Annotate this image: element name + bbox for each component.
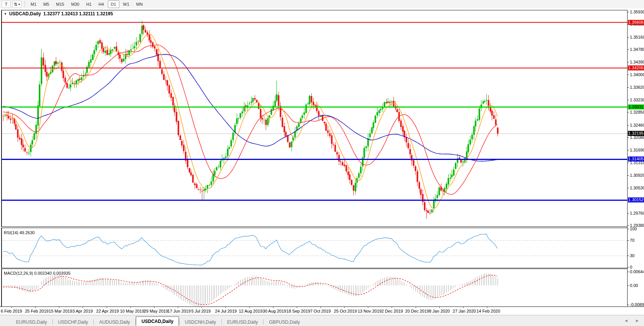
price-tick-label: 1.32460 — [630, 123, 644, 127]
price-tick-label: 1.31690 — [630, 148, 644, 152]
rsi-tick-label: 70 — [630, 238, 634, 243]
axis-tick-mark — [628, 100, 629, 100]
timeframe-toolbar: M1M5M15M30H1H4D1W1MN — [28, 0, 146, 8]
chart-tab-usdcad-3[interactable]: USDCAD,Daily — [136, 316, 179, 326]
text-tool-icon: T — [5, 2, 8, 7]
chart-tab-eurusd-0[interactable]: EURUSD,Daily — [11, 318, 52, 326]
quote-ohlc-label: 1.32377 1.32413 1.32111 1.32195 — [43, 11, 113, 16]
date-tick-mark — [35, 307, 36, 308]
level-price-label: 1.30152 — [628, 197, 644, 202]
axis-tick-mark — [628, 175, 629, 176]
price-tick-label: 1.34390 — [630, 60, 644, 64]
price-tick-label: 1.32850 — [630, 110, 644, 114]
date-label: 2 Dec 2019 — [381, 309, 403, 313]
rsi-tick-label: 30 — [630, 253, 634, 258]
chart-tab-audusd-2[interactable]: AUDUSD,Daily — [94, 318, 135, 326]
level-price-label: 1.35606 — [628, 20, 644, 25]
macd-indicator-canvas[interactable] — [2, 269, 627, 306]
chevron-down-icon: ▾ — [18, 3, 20, 6]
date-label: 17 Jun 2019 — [168, 309, 191, 313]
date-label: 24 Jul 2019 — [215, 309, 237, 313]
toolbar: T ⇅ ▾ M1M5M15M30H1H4D1W1MN — [0, 0, 644, 8]
collapse-triangle-icon: ▼ — [4, 12, 7, 16]
date-tick-mark — [439, 307, 440, 308]
chart-tab-usdcnh-4[interactable]: USDCNH,Daily — [179, 318, 221, 326]
date-label: 6 Feb 2019 — [1, 309, 22, 313]
axis-tick-mark — [628, 188, 629, 188]
date-label: 7 Oct 2019 — [310, 309, 331, 313]
date-tick-mark — [392, 307, 392, 308]
axis-tick-mark — [628, 305, 629, 305]
timeframe-button-w1[interactable]: W1 — [120, 0, 133, 8]
price-tick-label: 1.30920 — [630, 173, 644, 178]
timeframe-button-m30[interactable]: M30 — [68, 0, 82, 8]
date-label: 25 Oct 2019 — [334, 309, 357, 313]
date-tick-mark — [178, 307, 178, 308]
price-axis[interactable]: 1.359301.355501.351601.347801.343901.340… — [627, 10, 644, 315]
timeframe-button-d1[interactable]: D1 — [108, 0, 119, 8]
axis-tick-mark — [628, 12, 629, 12]
timeframe-button-mn[interactable]: MN — [133, 0, 146, 8]
macd-tick-label: 0.006448 — [630, 269, 644, 274]
current-price-label: 1.32195 — [628, 131, 644, 136]
rsi-tick-label: 100 — [630, 227, 637, 231]
date-axis[interactable]: 6 Feb 201925 Feb 201915 Mar 20193 Apr 20… — [0, 306, 644, 315]
date-tick-mark — [297, 307, 297, 308]
timeframe-button-m15[interactable]: M15 — [53, 0, 67, 8]
price-tick-label: 1.35930 — [630, 10, 644, 14]
timeframe-button-m1[interactable]: M1 — [28, 0, 39, 8]
axis-tick-mark — [628, 285, 629, 286]
text-tool-button[interactable]: T — [2, 0, 11, 8]
chart-title: ▼ USDCAD,Daily 1.32377 1.32413 1.32111 1… — [4, 11, 113, 16]
date-label: 25 Feb 2019 — [25, 309, 49, 313]
timeframe-button-h4[interactable]: H4 — [95, 0, 107, 8]
axis-tick-mark — [628, 37, 629, 37]
tab-scroll-left-icon[interactable]: ◀ — [625, 319, 631, 323]
price-tick-label: 1.34000 — [630, 72, 644, 77]
date-label: 20 Dec 2019 — [405, 309, 429, 313]
date-tick-mark — [107, 307, 107, 308]
price-tick-label: 1.30530 — [630, 186, 644, 190]
macd-tick-label: 0.00 — [630, 283, 638, 288]
level-price-label: 1.31405 — [628, 156, 644, 161]
chart-tab-gbpusd-6[interactable]: GBPUSD,Daily — [263, 318, 305, 326]
chart-tab-usdchf-1[interactable]: USDCHF,Daily — [53, 318, 94, 326]
axis-tick-mark — [628, 267, 629, 267]
timeframe-button-m5[interactable]: M5 — [40, 0, 52, 8]
date-tick-mark — [59, 307, 59, 308]
date-tick-mark — [273, 307, 273, 308]
axis-tick-mark — [628, 137, 629, 138]
chart-tab-eurusd-5[interactable]: EURUSD,Daily — [222, 318, 263, 326]
timeframe-button-h1[interactable]: H1 — [83, 0, 94, 8]
axis-tick-mark — [628, 272, 629, 272]
date-tick-mark — [130, 307, 131, 308]
chart-window: ▼ USDCAD,Daily 1.32377 1.32413 1.32111 1… — [0, 8, 644, 326]
arrange-windows-button[interactable]: ⇅ ▾ — [12, 0, 21, 8]
rsi-indicator-canvas[interactable] — [2, 228, 627, 268]
price-tick-label: 1.29760 — [630, 211, 644, 215]
rsi-tick-label: 0 — [630, 265, 632, 269]
date-tick-mark — [154, 307, 154, 308]
axis-tick-mark — [628, 213, 629, 214]
date-tick-mark — [368, 307, 368, 308]
date-tick-mark — [344, 307, 345, 308]
date-tick-mark — [225, 307, 226, 308]
date-label: 3 Apr 2019 — [72, 309, 93, 313]
macd-label: MACD(12,26,9) 0.002340 0.003935 — [4, 271, 70, 275]
date-tick-mark — [249, 307, 250, 308]
date-tick-mark — [202, 307, 202, 308]
tab-scroll-arrows: ◀ ▶ — [625, 319, 642, 323]
date-label: 18 Sep 2019 — [286, 309, 310, 313]
date-label: 15 Mar 2019 — [49, 309, 72, 313]
rsi-label: RSI(14) 49.2630 — [4, 230, 35, 235]
date-label: 8 Jan 2020 — [429, 309, 450, 313]
axis-tick-mark — [628, 87, 629, 88]
date-tick-mark — [320, 307, 321, 308]
axis-tick-mark — [628, 225, 629, 226]
tab-scroll-right-icon[interactable]: ▶ — [636, 319, 642, 323]
price-chart-canvas[interactable] — [2, 10, 627, 227]
price-tick-label: 1.33230 — [630, 98, 644, 102]
axis-tick-mark — [628, 163, 629, 163]
axis-tick-mark — [628, 150, 629, 150]
axis-tick-mark — [628, 240, 629, 241]
